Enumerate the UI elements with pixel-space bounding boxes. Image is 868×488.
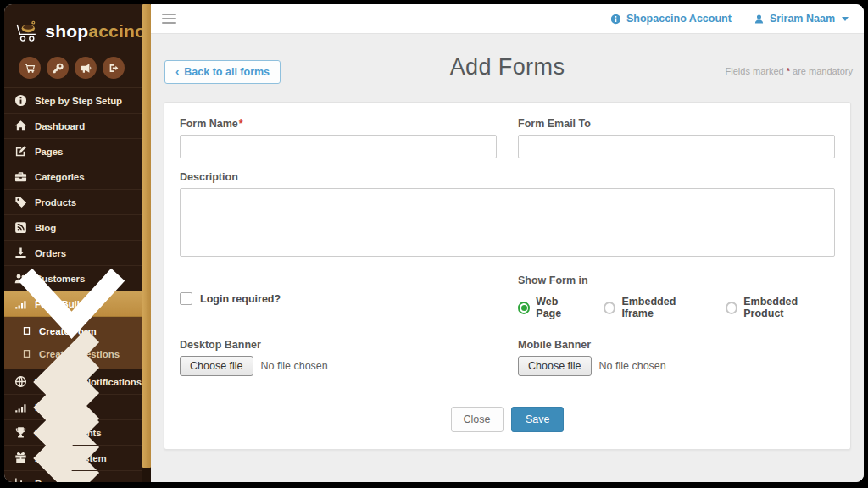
- shopaccino-account-link[interactable]: Shopaccino Account: [610, 13, 732, 25]
- sidebar-item-dashboard[interactable]: Dashboard: [4, 114, 151, 139]
- show-form-in-label: Show Form in: [518, 274, 835, 286]
- home-icon: [14, 119, 27, 132]
- logout-button[interactable]: [103, 57, 125, 79]
- form-email-label: Form Email To: [518, 118, 835, 130]
- login-required-label: Login required?: [200, 293, 281, 305]
- brand-name: shopaccino: [45, 21, 146, 42]
- form-email-field-group: Form Email To: [518, 118, 835, 158]
- form-actions: Close Save: [180, 407, 835, 435]
- sidebar-item-label: Blog: [35, 223, 56, 233]
- store-button[interactable]: [19, 57, 41, 79]
- sidebar-item-reports[interactable]: Reports: [4, 471, 151, 482]
- sidebar-item-form-builder[interactable]: Form Builder: [4, 291, 151, 317]
- caret-down-icon: [842, 17, 849, 21]
- brand-logo[interactable]: shopaccino: [4, 4, 151, 53]
- sign-out-icon: [108, 63, 120, 74]
- bar-chart-icon: [14, 477, 27, 482]
- user-menu[interactable]: Sriram Naam: [754, 13, 849, 25]
- tag-icon: [14, 196, 27, 208]
- login-required-checkbox-row[interactable]: Login required?: [180, 278, 497, 319]
- megaphone-icon: [81, 63, 92, 74]
- chevron-left-icon: [4, 391, 139, 482]
- user-name: Sriram Naam: [770, 13, 835, 25]
- access-key-button[interactable]: [47, 57, 69, 79]
- mandatory-note: Fields marked * are mandatory: [726, 66, 853, 76]
- sidebar-item-label: Dashboard: [35, 121, 85, 131]
- show-form-in-group: Show Form in Web PageEmbedded IframeEmbe…: [518, 274, 835, 319]
- login-required-checkbox[interactable]: [180, 292, 192, 305]
- description-label: Description: [180, 171, 835, 183]
- description-field-group: Description: [180, 171, 835, 260]
- sidebar-item-label: Pages: [35, 147, 63, 157]
- info-icon: [610, 14, 621, 25]
- radio-embedded-iframe[interactable]: [604, 302, 615, 314]
- radio-option-embedded-iframe[interactable]: Embedded Iframe: [604, 296, 705, 319]
- form-email-input[interactable]: [518, 135, 835, 158]
- sidebar: shopaccino Step by Step SetupDashboardPa…: [4, 4, 151, 482]
- radio-web-page[interactable]: [518, 302, 530, 314]
- sidebar-item-label: Products: [35, 197, 76, 208]
- user-icon: [754, 14, 765, 25]
- desktop-banner-file-status: No file chosen: [261, 360, 328, 372]
- sidebar-menu: Step by Step SetupDashboardPagesCategori…: [4, 88, 151, 482]
- sidebar-item-label: Reports: [35, 479, 71, 483]
- radio-option-web-page[interactable]: Web Page: [518, 296, 583, 319]
- radio-label: Embedded Iframe: [621, 296, 705, 319]
- app-window: shopaccino Step by Step SetupDashboardPa…: [4, 4, 864, 482]
- mobile-banner-label: Mobile Banner: [518, 339, 835, 351]
- page-toolbar: ‹ Back to all forms Add Forms Fields mar…: [151, 34, 864, 95]
- radio-embedded-product[interactable]: [726, 302, 737, 314]
- mobile-banner-file-status: No file chosen: [599, 360, 666, 372]
- radio-label: Web Page: [536, 296, 583, 319]
- save-button[interactable]: Save: [511, 407, 565, 432]
- sidebar-item-pages[interactable]: Pages: [4, 139, 151, 164]
- radio-label: Embedded Product: [743, 296, 835, 319]
- sidebar-item-label: Categories: [35, 172, 84, 182]
- pencil-square-icon: [14, 145, 27, 158]
- sidebar-item-affiliate-system[interactable]: Affiliate System: [4, 446, 151, 471]
- sidebar-scrollbar-thumb[interactable]: [142, 4, 151, 468]
- description-textarea[interactable]: [180, 188, 835, 257]
- sidebar-item-step-by-step-setup[interactable]: Step by Step Setup: [4, 88, 151, 114]
- sidebar-item-products[interactable]: Products: [4, 190, 151, 215]
- hamburger-menu-icon[interactable]: [162, 11, 176, 26]
- form-name-field-group: Form Name*: [180, 118, 497, 158]
- mobile-banner-field-group: Mobile Banner Choose file No file chosen: [518, 339, 835, 376]
- info-circle-icon: [14, 94, 27, 107]
- top-header: Shopaccino Account Sriram Naam: [151, 4, 864, 34]
- sidebar-item-label: Step by Step Setup: [35, 96, 122, 106]
- close-button[interactable]: Close: [451, 407, 504, 432]
- key-icon: [53, 63, 64, 74]
- announcements-button[interactable]: [75, 57, 97, 79]
- cart-cup-logo-icon: [13, 12, 42, 51]
- add-form-card: Form Name* Form Email To Description Log…: [164, 102, 851, 450]
- radio-option-embedded-product[interactable]: Embedded Product: [726, 296, 835, 319]
- show-form-in-radio-group: Web PageEmbedded IframeEmbedded Product: [518, 296, 835, 319]
- sidebar-item-categories[interactable]: Categories: [4, 164, 151, 190]
- mobile-banner-choose-file-button[interactable]: Choose file: [518, 356, 592, 376]
- account-link-label: Shopaccino Account: [626, 13, 732, 25]
- briefcase-icon: [14, 170, 27, 183]
- sidebar-quick-actions: [4, 53, 151, 88]
- desktop-banner-choose-file-button[interactable]: Choose file: [180, 356, 253, 376]
- desktop-banner-field-group: Desktop Banner Choose file No file chose…: [180, 339, 497, 376]
- rss-square-icon: [14, 221, 27, 234]
- main-content: ‹ Back to all forms Add Forms Fields mar…: [151, 34, 864, 482]
- form-name-label: Form Name*: [180, 118, 497, 130]
- form-name-input[interactable]: [180, 135, 497, 158]
- cart-icon: [25, 63, 36, 74]
- desktop-banner-label: Desktop Banner: [180, 339, 497, 351]
